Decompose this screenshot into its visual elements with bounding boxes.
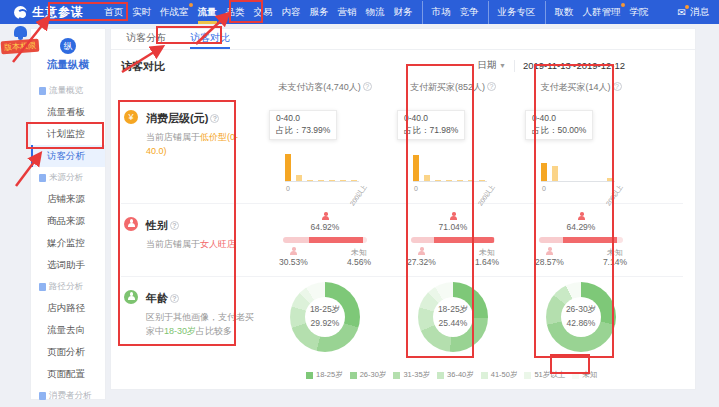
folder-icon bbox=[39, 392, 46, 400]
legend-item[interactable]: 36-40岁 bbox=[437, 370, 474, 380]
donut-hole bbox=[305, 297, 345, 337]
sidebar-item-shop-source[interactable]: 店铺来源 bbox=[31, 188, 105, 210]
gender-stacked-bar bbox=[283, 237, 367, 243]
sidebar-section-traffic-overview: 流量概览 bbox=[31, 80, 105, 101]
axis-label: 0 bbox=[414, 185, 418, 192]
female-percent: 71.04% bbox=[389, 222, 517, 232]
legend-item[interactable]: 41-50岁 bbox=[481, 370, 518, 380]
help-icon[interactable]: ? bbox=[210, 114, 219, 123]
male-icon bbox=[417, 247, 426, 255]
app-logo[interactable]: 生意参谋 bbox=[14, 4, 84, 21]
nav-messages[interactable]: ✉ 消息 bbox=[678, 0, 709, 24]
age-highlight: 18-30岁 bbox=[164, 326, 196, 336]
female-percent: 64.29% bbox=[517, 222, 645, 232]
sidebar-item-traffic-board[interactable]: 流量看板 bbox=[31, 101, 105, 123]
age-icon bbox=[124, 290, 138, 304]
sidebar-item-product-source[interactable]: 商品来源 bbox=[31, 210, 105, 232]
consume-chart-old-buyers: 0-40.0占比：50.00% 0 200以上 bbox=[517, 97, 645, 203]
axis-label: 0 bbox=[286, 185, 290, 192]
legend-item[interactable]: 31-35岁 bbox=[393, 370, 430, 380]
sidebar-item-traffic-outflow[interactable]: 流量去向 bbox=[31, 319, 105, 341]
sidebar-section-source-analysis: 来源分析 bbox=[31, 167, 105, 188]
nav-item-traffic[interactable]: 流量 bbox=[198, 1, 217, 24]
sidebar-item-word-helper[interactable]: 选词助手 bbox=[31, 254, 105, 276]
sidebar-item-visitor-analysis[interactable]: 访客分析 bbox=[31, 145, 105, 167]
nav-item-market[interactable]: 市场 bbox=[422, 1, 451, 24]
tabbar: 访客分布 访客对比 bbox=[111, 29, 695, 50]
age-donut-old-buyers: 26-30岁 42.86% bbox=[517, 277, 645, 363]
help-icon[interactable]: ? bbox=[487, 82, 496, 91]
sidebar-item-page-analysis[interactable]: 页面分析 bbox=[31, 341, 105, 363]
donut-hole bbox=[433, 297, 473, 337]
help-icon[interactable]: ? bbox=[363, 82, 372, 91]
legend-item[interactable]: 51岁以上 bbox=[524, 370, 565, 380]
nav-item-bizzone[interactable]: 业务专区 bbox=[488, 1, 536, 24]
gender-icon bbox=[124, 217, 138, 231]
nav-item-crowd-mgmt[interactable]: 人群管理 bbox=[583, 1, 621, 24]
female-icon bbox=[449, 212, 458, 220]
female-percent: 64.92% bbox=[261, 222, 389, 232]
help-icon[interactable]: ? bbox=[613, 82, 622, 91]
help-icon[interactable]: ? bbox=[170, 221, 179, 230]
nav-item-finance[interactable]: 财务 bbox=[394, 1, 413, 24]
col-header-new-buyers: 支付新买家(852人)? bbox=[389, 77, 517, 97]
gender-stacked-bar bbox=[539, 237, 623, 243]
tab-visitor-distribution[interactable]: 访客分布 bbox=[126, 31, 166, 49]
consume-chart-unpaid: 0-40.0占比：73.99% 0 200以上 bbox=[261, 97, 389, 203]
donut-center-value: 29.92% bbox=[290, 318, 360, 328]
gender-chart-new-buyers: 71.04% 27.32% 未知 1.64% bbox=[389, 204, 517, 276]
chart-tooltip: 0-40.0占比：71.98% bbox=[397, 110, 465, 140]
sidebar-item-media-monitor[interactable]: 媒介监控 bbox=[31, 232, 105, 254]
sidebar-item-instore-path[interactable]: 店内路径 bbox=[31, 297, 105, 319]
nav-item-data-fetch[interactable]: 取数 bbox=[545, 1, 574, 24]
chart-tooltip: 0-40.0占比：73.99% bbox=[269, 110, 337, 140]
nav-item-realtime[interactable]: 实时 bbox=[132, 1, 151, 24]
male-percent: 28.57% bbox=[535, 257, 564, 267]
donut-center-value: 25.44% bbox=[418, 318, 488, 328]
yen-icon: ¥ bbox=[124, 110, 138, 124]
sidebar-item-page-config[interactable]: 页面配置 bbox=[31, 363, 105, 385]
donut-center-label: 26-30岁 bbox=[546, 304, 616, 316]
unknown-percent: 4.56% bbox=[347, 257, 371, 267]
nav-item-marketing[interactable]: 营销 bbox=[338, 1, 357, 24]
female-icon bbox=[321, 212, 330, 220]
top-navbar: 生意参谋 首页 实时 作战室 流量 品类 交易 内容 服务 营销 物流 财务 市… bbox=[0, 0, 719, 24]
gender-stacked-bar bbox=[411, 237, 495, 243]
nav-item-content[interactable]: 内容 bbox=[282, 1, 301, 24]
mail-icon: ✉ bbox=[678, 7, 686, 18]
legend-swatch bbox=[437, 372, 444, 379]
date-filter[interactable]: 日期 ▼ bbox=[477, 59, 506, 72]
nav-item-competition[interactable]: 竞争 bbox=[460, 1, 479, 24]
legend-item[interactable]: 18-25岁 bbox=[306, 370, 343, 380]
divider bbox=[514, 60, 515, 72]
nav-item-category[interactable]: 品类 bbox=[226, 1, 245, 24]
tab-visitor-compare[interactable]: 访客对比 bbox=[190, 31, 230, 49]
sidebar-item-plan-monitor[interactable]: 计划监控 bbox=[31, 123, 105, 145]
nav-item-academy[interactable]: 学院 bbox=[630, 1, 649, 24]
donut-center-label: 18-25岁 bbox=[290, 304, 360, 316]
nav-item-warroom[interactable]: 作战室 bbox=[160, 1, 189, 24]
nav-item-trade[interactable]: 交易 bbox=[254, 1, 273, 24]
row-consume-level: ¥ 消费层级(元)? 当前店铺属于低价型(0-40.0) 0-40.0占比：73… bbox=[111, 97, 695, 203]
notification-bell-icon bbox=[14, 26, 27, 37]
row-age: 年龄? 区别于其他画像，支付老买家中18-30岁占比较多 18-25岁 29.9… bbox=[111, 277, 695, 363]
help-icon[interactable]: ? bbox=[170, 294, 179, 303]
legend-item[interactable]: 26-30岁 bbox=[350, 370, 387, 380]
age-legend: 18-25岁 26-30岁 31-35岁 36-40岁 41-50岁 51岁以上… bbox=[111, 363, 695, 380]
nav-item-home[interactable]: 首页 bbox=[104, 1, 123, 24]
date-range-value: 2019-11-13~2019-12-12 bbox=[523, 60, 625, 71]
legend-item[interactable]: 未知 bbox=[572, 370, 597, 380]
nav-item-logistics[interactable]: 物流 bbox=[366, 1, 385, 24]
gender-chart-unpaid: 64.92% 30.53% 未知 4.56% bbox=[261, 204, 389, 276]
female-icon bbox=[577, 212, 586, 220]
nav-menu: 首页 实时 作战室 流量 品类 交易 内容 服务 营销 物流 财务 市场 竞争 … bbox=[104, 1, 649, 24]
consume-chart-new-buyers: 0-40.0占比：71.98% 0 200以上 bbox=[389, 97, 517, 203]
nav-item-service[interactable]: 服务 bbox=[310, 1, 329, 24]
folder-icon bbox=[39, 174, 46, 182]
sidebar-title: 流量纵横 bbox=[31, 58, 105, 72]
chevron-down-icon: ▼ bbox=[499, 62, 506, 69]
app-logo-text: 生意参谋 bbox=[32, 4, 84, 21]
legend-swatch bbox=[393, 372, 400, 379]
legend-swatch bbox=[524, 372, 531, 379]
app-logo-icon bbox=[14, 6, 27, 19]
